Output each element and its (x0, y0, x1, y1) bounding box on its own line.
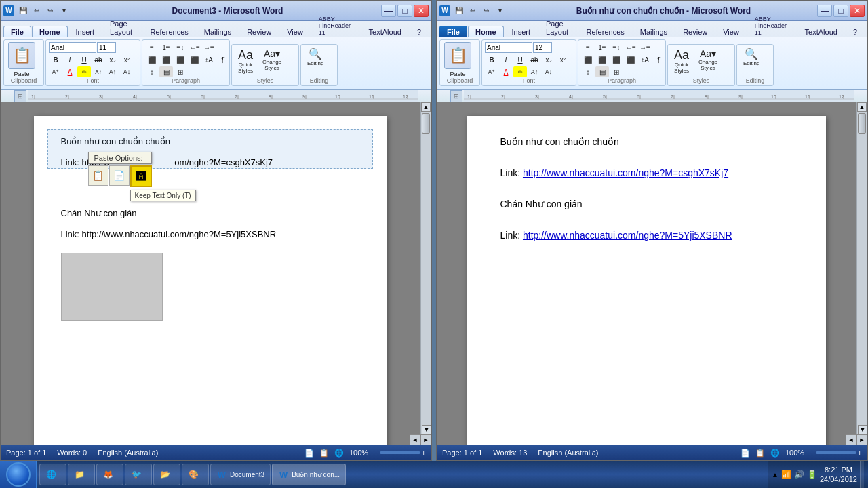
left-close-button[interactable]: ✕ (414, 5, 429, 17)
quick-access-dropdown[interactable]: ▾ (58, 5, 70, 16)
quick-access-redo[interactable]: ↪ (44, 5, 56, 16)
left-view-full[interactable]: 📋 (319, 449, 329, 458)
right-font-size-down[interactable]: A↓ (542, 66, 555, 77)
indent-more-button[interactable]: →≡ (202, 42, 216, 53)
right-scroll-right-button[interactable]: ► (856, 434, 867, 445)
multilevel-list-button[interactable]: ≡↕ (174, 42, 187, 53)
right-scroll-thumb[interactable] (858, 113, 866, 134)
right-quick-styles-button[interactable]: Aa QuickStyles (671, 47, 692, 76)
right-align-right-button[interactable]: ⬛ (610, 54, 623, 65)
left-tab-mailings[interactable]: Mailings (197, 26, 239, 37)
bullets-button[interactable]: ≡ (145, 42, 159, 53)
right-view-full[interactable]: 📋 (755, 449, 765, 458)
paste-merge-button[interactable]: 📄 (109, 165, 130, 186)
right-view-print[interactable]: 📄 (741, 449, 750, 458)
right-font-size-input[interactable] (533, 42, 552, 53)
left-tab-file[interactable]: File (3, 26, 31, 37)
right-tab-mailings[interactable]: Mailings (633, 26, 675, 37)
right-font-name-input[interactable] (485, 42, 532, 53)
right-multilevel-list-button[interactable]: ≡↕ (610, 42, 623, 53)
right-shading-button[interactable]: ▤ (595, 66, 609, 77)
right-tab-pagelayout[interactable]: Page Layout (538, 18, 578, 37)
align-right-button[interactable]: ⬛ (174, 54, 187, 65)
right-zoom-in-button[interactable]: + (858, 449, 862, 457)
right-paste-button[interactable]: 📋 Paste (443, 42, 473, 77)
right-font-size-up[interactable]: A↑ (528, 66, 541, 77)
text-effects-button[interactable]: A⁺ (49, 66, 62, 77)
quick-styles-button[interactable]: Aa QuickStyles (235, 47, 256, 76)
right-tab-references[interactable]: References (579, 26, 632, 37)
shading-button[interactable]: ▤ (159, 66, 173, 77)
font-size-input[interactable] (97, 42, 116, 53)
left-tab-home[interactable]: Home (32, 26, 68, 37)
scroll-thumb[interactable] (422, 113, 430, 134)
strikethrough-button[interactable]: ab (92, 54, 105, 65)
taskbar-word1[interactable]: W Document3 (210, 464, 271, 485)
right-qa-save[interactable]: 💾 (453, 5, 465, 16)
taskbar-folder-icon[interactable]: 📁 (68, 464, 95, 485)
right-tab-insert[interactable]: Insert (505, 26, 538, 37)
right-tab-abby[interactable]: ABBY FineReader 11 (747, 14, 797, 37)
italic-button[interactable]: I (63, 54, 77, 65)
taskbar-ie-icon[interactable]: 🌐 (39, 464, 66, 485)
right-scroll-up-button[interactable]: ▲ (857, 102, 867, 112)
right-scroll-down-button[interactable]: ▼ (858, 425, 867, 434)
line-spacing-button[interactable]: ↕ (145, 66, 159, 77)
right-zoom-out-button[interactable]: − (810, 449, 814, 457)
change-styles-button[interactable]: Aa▾ ChangeStyles (259, 47, 285, 73)
right-tab-view[interactable]: View (715, 26, 747, 37)
right-underline-button[interactable]: U (513, 54, 527, 65)
scroll-up-button[interactable]: ▲ (421, 102, 431, 112)
start-button[interactable] (0, 461, 37, 488)
right-ruler-corner[interactable]: ⊞ (450, 90, 462, 102)
left-tab-references[interactable]: References (143, 26, 196, 37)
taskbar-paint-icon[interactable]: 🎨 (182, 464, 209, 485)
right-tab-home[interactable]: Home (468, 26, 504, 37)
right-link-2[interactable]: http://www.nhaccuatui.com/nghe?M=5Yji5XS… (523, 230, 732, 241)
left-view-web[interactable]: 🌐 (334, 449, 344, 458)
right-subscript-button[interactable]: x₂ (542, 54, 555, 65)
left-tab-insert[interactable]: Insert (68, 26, 102, 37)
left-doc-area[interactable]: Buồn như con chuồn chuồn Link: http://ww… (1, 102, 431, 445)
right-border-button[interactable]: ⊞ (610, 66, 623, 77)
right-view-web[interactable]: 🌐 (770, 449, 780, 458)
scroll-down-button[interactable]: ▼ (422, 425, 431, 434)
taskbar-files-icon[interactable]: 📂 (153, 464, 180, 485)
paste-keep-text-button[interactable]: 🅰 Keep Text Only (T) (130, 165, 152, 187)
right-change-styles-button[interactable]: Aa▾ ChangeStyles (695, 47, 721, 73)
taskbar-word2[interactable]: W Buồn như con... (272, 464, 346, 485)
right-qa-dropdown[interactable]: ▾ (494, 5, 506, 16)
zoom-in-button[interactable]: + (422, 449, 426, 457)
right-highlight-button[interactable]: ✏ (513, 66, 527, 77)
right-qa-undo[interactable]: ↩ (467, 5, 479, 16)
right-superscript-button[interactable]: x² (556, 54, 570, 65)
left-minimize-button[interactable]: — (381, 5, 396, 17)
right-indent-more-button[interactable]: →≡ (638, 42, 652, 53)
quick-access-save[interactable]: 💾 (17, 5, 29, 16)
right-zoom-slider[interactable] (816, 451, 856, 454)
font-color-button[interactable]: A (63, 66, 77, 77)
left-maximize-button[interactable]: □ (397, 5, 412, 17)
right-bullets-button[interactable]: ≡ (581, 42, 595, 53)
left-paste-button[interactable]: 📋 Paste (7, 42, 37, 77)
left-tab-textaloud[interactable]: TextAloud (361, 26, 409, 37)
indent-less-button[interactable]: ←≡ (188, 42, 201, 53)
right-strikethrough-button[interactable]: ab (528, 54, 541, 65)
right-tab-help[interactable]: ? (846, 26, 865, 37)
quick-access-undo[interactable]: ↩ (31, 5, 43, 16)
right-editing-button[interactable]: 🔍 Editing (740, 47, 763, 68)
font-size-up[interactable]: A↑ (106, 66, 119, 77)
right-qa-redo[interactable]: ↪ (480, 5, 492, 16)
numbered-list-button[interactable]: 1≡ (159, 42, 173, 53)
right-tab-textaloud[interactable]: TextAloud (797, 26, 845, 37)
paste-keep-source-button[interactable]: 📋 (88, 165, 108, 186)
right-text-effects-button[interactable]: A⁺ (485, 66, 498, 77)
right-font-color-button[interactable]: A (499, 66, 513, 77)
right-sort-button[interactable]: ↕A (638, 54, 652, 65)
scroll-left-button[interactable]: ◄ (410, 434, 420, 445)
right-tab-file[interactable]: File (439, 26, 467, 37)
right-indent-less-button[interactable]: ←≡ (624, 42, 637, 53)
left-tab-abby[interactable]: ABBY FineReader 11 (311, 14, 361, 37)
taskbar-browser-icon[interactable]: 🦊 (96, 464, 123, 485)
right-italic-button[interactable]: I (499, 54, 513, 65)
